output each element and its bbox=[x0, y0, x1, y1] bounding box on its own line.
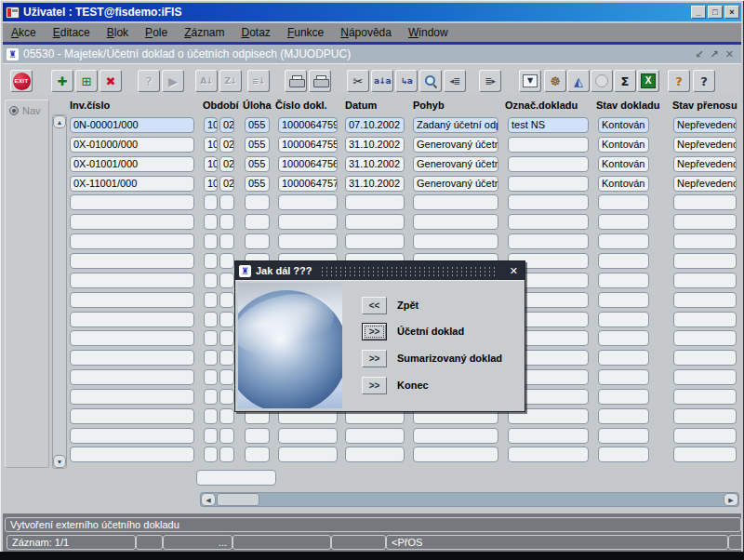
grid-cell-r6-c10[interactable] bbox=[673, 214, 737, 230]
grid-cell-r16-c3[interactable] bbox=[219, 408, 234, 424]
grid-cell-r16-c1[interactable] bbox=[70, 408, 194, 424]
grid-cell-r3-c3[interactable]: 02 bbox=[219, 156, 234, 172]
grid-cell-r4-c7[interactable]: Generovaný účetní odpis bbox=[413, 176, 498, 192]
grid-cell-r4-c8[interactable] bbox=[508, 176, 589, 192]
grid-cell-r2-c1[interactable]: 0X-01000/000 bbox=[70, 137, 194, 153]
grid-cell-r7-c6[interactable] bbox=[345, 233, 405, 249]
grid-cell-r4-c2[interactable]: 10 bbox=[204, 176, 218, 192]
grid-cell-r7-c1[interactable] bbox=[70, 233, 194, 249]
grid-cell-r4-c3[interactable]: 02 bbox=[219, 176, 234, 192]
grid-cell-r3-c1[interactable]: 0X-01001/000 bbox=[70, 156, 194, 172]
grid-cell-r18-c7[interactable] bbox=[413, 447, 498, 462]
grid-cell-r5-c5[interactable] bbox=[278, 194, 338, 210]
grid-cell-r6-c6[interactable] bbox=[345, 214, 405, 230]
grid-cell-r1-c1[interactable]: 0N-00001/000 bbox=[70, 117, 194, 133]
scroll-up-icon[interactable]: ▲ bbox=[53, 115, 66, 128]
grid-cell-r1-c2[interactable]: 10 bbox=[204, 117, 218, 133]
grid-cell-r8-c10[interactable] bbox=[673, 253, 737, 269]
grid-cell-r14-c1[interactable] bbox=[70, 369, 194, 385]
grid-cell-r4-c10[interactable]: Nepřevedeno bbox=[673, 176, 737, 192]
grid-cell-r15-c3[interactable] bbox=[219, 389, 234, 405]
grid-cell-r3-c9[interactable]: Kontován bbox=[598, 156, 649, 172]
grid-cell-r8-c3[interactable] bbox=[219, 253, 234, 269]
grid-cell-r3-c7[interactable]: Generovaný účetní odpis bbox=[413, 156, 498, 172]
grid-cell-r13-c10[interactable] bbox=[673, 350, 737, 366]
vertical-scrollbar[interactable]: ▲ ▼ bbox=[52, 114, 67, 469]
grid-cell-r11-c10[interactable] bbox=[673, 312, 737, 327]
grid-cell-r2-c7[interactable]: Generovaný účetní odpis bbox=[413, 137, 498, 153]
grid-cell-r4-c5[interactable]: 1000064757 bbox=[278, 176, 338, 192]
grid-cell-r13-c2[interactable] bbox=[204, 350, 218, 366]
grid-cell-r17-c8[interactable] bbox=[508, 428, 589, 444]
grid-cell-r7-c8[interactable] bbox=[508, 233, 589, 249]
grid-cell-r2-c4[interactable]: 055 bbox=[245, 137, 270, 153]
grid-cell-r11-c2[interactable] bbox=[204, 312, 218, 327]
grid-cell-r5-c8[interactable] bbox=[508, 194, 589, 210]
grid-cell-r6-c8[interactable] bbox=[508, 214, 589, 230]
grid-cell-r4-c4[interactable]: 055 bbox=[245, 176, 270, 192]
grid-cell-r8-c9[interactable] bbox=[598, 253, 649, 269]
grid-cell-r18-c8[interactable] bbox=[508, 447, 589, 462]
grid-cell-r18-c9[interactable] bbox=[598, 447, 649, 462]
grid-cell-r3-c2[interactable]: 10 bbox=[204, 156, 218, 172]
grid-cell-r9-c9[interactable] bbox=[598, 273, 649, 288]
dialog-summary-doc-button[interactable]: >> bbox=[362, 350, 387, 367]
grid-cell-r12-c10[interactable] bbox=[673, 330, 737, 346]
grid-cell-r12-c1[interactable] bbox=[70, 330, 194, 346]
grid-cell-r18-c2[interactable] bbox=[204, 447, 218, 462]
grid-cell-r14-c10[interactable] bbox=[673, 369, 737, 385]
grid-cell-r5-c10[interactable] bbox=[673, 194, 737, 210]
nav-radio-button[interactable] bbox=[9, 106, 19, 115]
grid-cell-r4-c1[interactable]: 0X-11001/000 bbox=[70, 176, 194, 192]
grid-cell-r1-c7[interactable]: Zadaný účetní odpis bbox=[413, 117, 498, 133]
grid-cell-r18-c6[interactable] bbox=[345, 447, 405, 462]
grid-cell-r10-c9[interactable] bbox=[598, 292, 649, 308]
grid-cell-r6-c1[interactable] bbox=[70, 214, 194, 230]
grid-cell-r2-c9[interactable]: Kontován bbox=[598, 137, 649, 153]
grid-cell-r16-c2[interactable] bbox=[204, 408, 218, 424]
grid-cell-r16-c10[interactable] bbox=[673, 408, 737, 424]
grid-cell-r7-c9[interactable] bbox=[598, 233, 649, 249]
grid-cell-r6-c5[interactable] bbox=[278, 214, 338, 230]
grid-cell-r15-c9[interactable] bbox=[598, 389, 649, 405]
grid-cell-r3-c6[interactable]: 31.10.2002 : bbox=[345, 156, 405, 172]
grid-cell-r1-c3[interactable]: 02 bbox=[219, 117, 234, 133]
grid-cell-r17-c5[interactable] bbox=[278, 428, 338, 444]
horizontal-scroll-thumb[interactable] bbox=[217, 493, 259, 506]
grid-cell-r18-c1[interactable] bbox=[70, 447, 194, 462]
grid-cell-r11-c3[interactable] bbox=[219, 312, 234, 327]
grid-cell-r1-c4[interactable]: 055 bbox=[245, 117, 270, 133]
grid-cell-r9-c1[interactable] bbox=[70, 273, 194, 288]
grid-cell-r16-c9[interactable] bbox=[598, 408, 649, 424]
grid-cell-r13-c1[interactable] bbox=[70, 350, 194, 366]
grid-cell-r10-c10[interactable] bbox=[673, 292, 737, 308]
scroll-right-icon[interactable]: ▶ bbox=[724, 493, 738, 506]
grid-cell-r7-c3[interactable] bbox=[219, 233, 234, 249]
grid-cell-r7-c5[interactable] bbox=[278, 233, 338, 249]
grid-cell-r18-c4[interactable] bbox=[245, 447, 270, 462]
grid-cell-r9-c2[interactable] bbox=[204, 273, 218, 288]
grid-cell-r3-c8[interactable] bbox=[508, 156, 589, 172]
grid-cell-r17-c10[interactable] bbox=[673, 428, 737, 444]
grid-cell-r17-c6[interactable] bbox=[345, 428, 405, 444]
grid-cell-r1-c8[interactable]: test NS bbox=[508, 117, 589, 133]
grid-cell-r7-c4[interactable] bbox=[245, 233, 270, 249]
grid-cell-r13-c3[interactable] bbox=[219, 350, 234, 366]
grid-cell-r3-c4[interactable]: 055 bbox=[245, 156, 270, 172]
dialog-accounting-doc-button[interactable]: >> bbox=[362, 323, 387, 340]
grid-cell-r3-c10[interactable]: Nepřevedeno bbox=[673, 156, 737, 172]
grid-cell-r2-c2[interactable]: 10 bbox=[204, 137, 218, 153]
grid-cell-r5-c9[interactable] bbox=[598, 194, 649, 210]
grid-cell-r14-c9[interactable] bbox=[598, 369, 649, 385]
grid-cell-r8-c2[interactable] bbox=[204, 253, 218, 269]
grid-cell-r12-c2[interactable] bbox=[204, 330, 218, 346]
grid-cell-r5-c2[interactable] bbox=[204, 194, 218, 210]
grid-cell-r2-c8[interactable] bbox=[508, 137, 589, 153]
grid-cell-r6-c3[interactable] bbox=[219, 214, 234, 230]
grid-cell-r11-c9[interactable] bbox=[598, 312, 649, 327]
grid-cell-r6-c4[interactable] bbox=[245, 214, 270, 230]
grid-cell-r8-c1[interactable] bbox=[70, 253, 194, 269]
grid-cell-r7-c7[interactable] bbox=[413, 233, 498, 249]
grid-cell-r4-c6[interactable]: 31.10.2002 : bbox=[345, 176, 405, 192]
grid-cell-r18-c5[interactable] bbox=[278, 447, 338, 462]
